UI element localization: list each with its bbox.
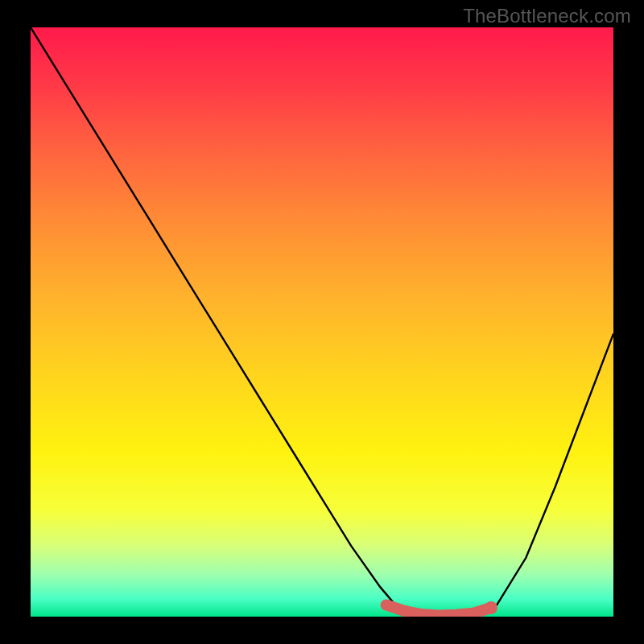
plot-area xyxy=(31,27,613,617)
optimal-band-stroke xyxy=(386,605,491,615)
watermark-text: TheBottleneck.com xyxy=(463,5,631,27)
curve-layer xyxy=(31,27,613,617)
bottleneck-curve xyxy=(31,27,613,616)
chart-frame: TheBottleneck.com xyxy=(0,0,644,644)
optimal-end-dot xyxy=(485,601,497,614)
optimal-band xyxy=(386,601,497,616)
